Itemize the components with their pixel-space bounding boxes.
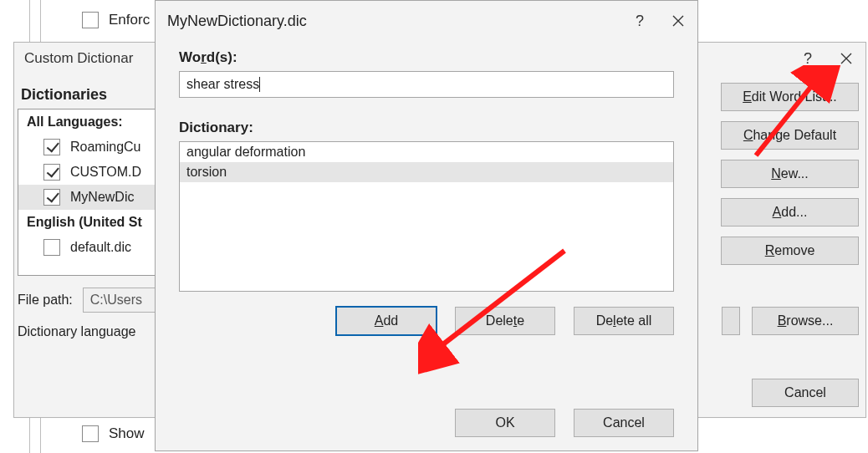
dictionary-language-label: Dictionary language: [18, 324, 135, 338]
checkbox-icon[interactable]: [43, 189, 60, 206]
delete-all-button[interactable]: Delete all: [574, 307, 674, 335]
dict-item-label: CUSTOM.D: [70, 165, 141, 180]
checkbox-icon[interactable]: [82, 425, 99, 442]
help-button[interactable]: ?: [789, 43, 827, 74]
bg-option-label: Show: [109, 425, 145, 442]
titlebar: MyNewDictionary.dic ?: [156, 1, 697, 41]
dict-item-label: RoamingCu: [70, 140, 140, 155]
dict-item-label: MyNewDic: [70, 190, 134, 205]
edit-dictionary-dialog: MyNewDictionary.dic ? Word(s): shear str…: [155, 0, 698, 451]
dictionary-entries-list[interactable]: angular deformation torsion: [179, 141, 674, 292]
dictionary-list-label: Dictionary:: [179, 120, 674, 136]
file-path-extra-button[interactable]: [722, 307, 740, 335]
word-input[interactable]: shear stress: [179, 71, 674, 98]
cancel-button[interactable]: Cancel: [574, 409, 674, 437]
checkbox-icon[interactable]: [43, 239, 60, 256]
checkbox-icon[interactable]: [82, 12, 99, 28]
ok-button[interactable]: OK: [455, 409, 555, 437]
close-button[interactable]: [827, 43, 865, 74]
new-dictionary-button[interactable]: New...: [721, 160, 859, 188]
close-icon: [672, 15, 684, 27]
add-word-button[interactable]: Add: [336, 307, 437, 335]
checkbox-icon[interactable]: [43, 164, 60, 181]
add-dictionary-button[interactable]: Add...: [721, 198, 859, 226]
browse-button[interactable]: Browse...: [752, 307, 859, 335]
text-caret: [259, 77, 260, 92]
bg-option-label: Enforc: [109, 12, 150, 28]
remove-dictionary-button[interactable]: Remove: [721, 237, 859, 265]
help-button[interactable]: ?: [620, 5, 659, 37]
file-path-value: C:\Users: [90, 293, 142, 308]
words-label: Word(s):: [179, 49, 674, 66]
edit-word-list-button[interactable]: Edit Word List...: [721, 83, 859, 111]
list-item-label: torsion: [186, 165, 227, 179]
delete-word-button[interactable]: Delete: [455, 307, 555, 335]
dict-item-label: default.dic: [70, 240, 131, 255]
dialog-title: MyNewDictionary.dic: [167, 13, 620, 30]
list-item[interactable]: torsion: [180, 162, 673, 182]
close-button[interactable]: [659, 5, 697, 37]
checkbox-icon[interactable]: [43, 139, 60, 155]
bg-option-show[interactable]: Show: [82, 425, 145, 442]
list-item-label: angular deformation: [186, 145, 305, 159]
bg-option-enforce[interactable]: Enforc: [82, 12, 150, 28]
close-icon: [840, 53, 852, 64]
word-input-value: shear stress: [186, 77, 259, 92]
change-default-button[interactable]: Change Default: [721, 121, 859, 150]
cancel-button-bg[interactable]: Cancel: [752, 379, 859, 407]
list-item[interactable]: angular deformation: [180, 142, 673, 162]
file-path-label: File path:: [18, 293, 73, 308]
